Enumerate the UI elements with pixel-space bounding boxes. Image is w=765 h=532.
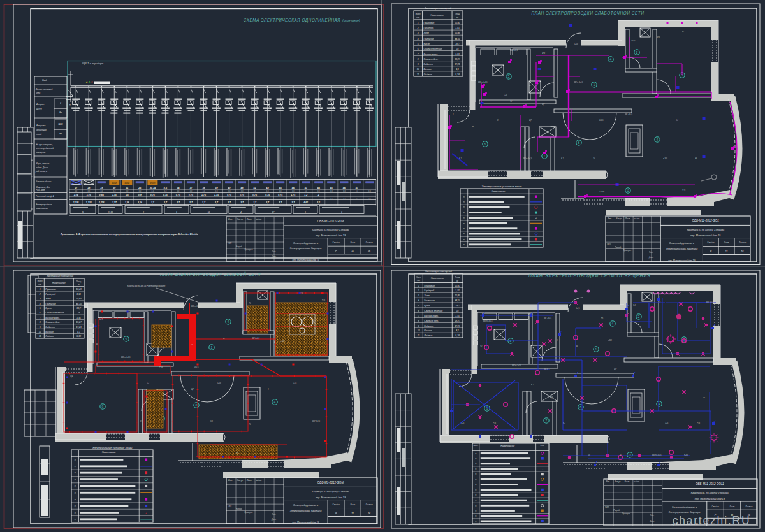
- svg-text:1,9: 1,9: [87, 190, 90, 192]
- svg-text:Экспликация помещений: Экспликация помещений: [425, 7, 451, 10]
- svg-text:ПЛАН ЭЛЕКТРОПРОВОДКИ СЕТИ О: ПЛАН ЭЛЕКТРОПРОВОДКИ СЕТИ ОСВЕЩЕНИЯ: [528, 273, 651, 278]
- svg-text:РК: РК: [695, 157, 697, 160]
- svg-text:Кабинет: Кабинет: [45, 326, 55, 329]
- svg-text:РК: РК: [236, 452, 238, 454]
- svg-text:3,36: 3,36: [125, 201, 129, 204]
- svg-text:ВВГ 2х1,5: ВВГ 2х1,5: [625, 113, 632, 115]
- svg-text:ВВГ 2х1,5: ВВГ 2х1,5: [312, 420, 320, 422]
- svg-text:Кабинет: Кабинет: [424, 325, 433, 327]
- svg-text:21: 21: [125, 187, 128, 189]
- svg-text:Электроустановка. Квартиры: Электроустановка. Квартиры: [290, 247, 322, 250]
- svg-text:К-1: К-1: [531, 384, 534, 386]
- svg-text:3х2,5: 3х2,5: [576, 307, 580, 310]
- svg-text:0,75: 0,75: [176, 194, 180, 196]
- svg-text:2: 2: [636, 50, 638, 54]
- svg-text:3х2,5: 3х2,5: [544, 368, 548, 370]
- svg-text:Изм.: Изм.: [228, 479, 233, 482]
- svg-text:Электроустановка. Квартиры: Электроустановка. Квартиры: [669, 511, 701, 514]
- svg-text:пер. Милютинский дом 19: пер. Милютинский дом 19: [316, 496, 346, 499]
- svg-text:1: 1: [595, 347, 597, 351]
- svg-text:Холл: Холл: [45, 298, 50, 300]
- svg-text:1,75: 1,75: [112, 194, 117, 196]
- svg-text:1,91: 1,91: [455, 315, 460, 317]
- svg-text:Лист: Лист: [246, 218, 252, 220]
- svg-text:1,9: 1,9: [279, 190, 282, 192]
- svg-text:1,75: 1,75: [291, 194, 295, 196]
- svg-text:Электрооборудование и: Электрооборудование и: [293, 242, 318, 245]
- svg-text:Примечание: 1. В проекте испол: Примечание: 1. В проекте использованы эл…: [61, 233, 198, 236]
- svg-text:9: 9: [418, 63, 419, 66]
- svg-text:Подп.: Подп.: [650, 514, 654, 517]
- svg-text:Электрооборудование и: Электрооборудование и: [293, 504, 318, 507]
- svg-text:1,126: 1,126: [73, 201, 79, 204]
- svg-text:1,9: 1,9: [152, 190, 154, 192]
- svg-text:8: 8: [418, 58, 419, 61]
- svg-text:пер. Милютинский дом 19: пер. Милютинский дом 19: [316, 234, 346, 237]
- svg-text:РТВ: РТВ: [322, 299, 325, 301]
- svg-text:Гардероб: Гардероб: [424, 289, 435, 292]
- svg-text:1,9: 1,9: [228, 190, 231, 192]
- svg-text:Símв.: Símв.: [534, 190, 539, 192]
- svg-text:пер. Милютинский дом 19: пер. Милютинский дом 19: [293, 259, 319, 261]
- svg-text:ВВГ 2х1,5: ВВГ 2х1,5: [706, 301, 714, 303]
- svg-text:Лист: Лист: [349, 241, 355, 244]
- svg-text:Лоджия: Лоджия: [423, 73, 432, 76]
- svg-text:18: 18: [78, 312, 80, 314]
- svg-text:Гостиная: Гостиная: [424, 299, 435, 302]
- svg-text:РТВ: РТВ: [159, 366, 163, 368]
- svg-text:44,10: 44,10: [455, 299, 460, 302]
- svg-text:Марка, сечение: Марка, сечение: [36, 162, 49, 165]
- svg-text:18,7: 18,7: [76, 307, 81, 310]
- svg-text:chartezhi.RU: chartezhi.RU: [673, 514, 751, 527]
- svg-text:1,91: 1,91: [455, 53, 460, 55]
- svg-text:Ванная комн.: Ванная комн.: [45, 317, 59, 319]
- svg-text:Ванная: Ванная: [45, 331, 53, 333]
- svg-text:ЩР: ЩР: [191, 388, 194, 391]
- svg-text:Разраб.: Разраб.: [615, 246, 621, 248]
- svg-text:2,7: 2,7: [150, 201, 155, 204]
- svg-text:отходящих: отходящих: [36, 129, 47, 131]
- svg-text:сет. потребителей: сет. потребителей: [36, 147, 54, 150]
- svg-text:17,21: 17,21: [76, 326, 82, 329]
- svg-text:Изм.: Изм.: [608, 217, 612, 220]
- svg-text:0,9: 0,9: [138, 194, 142, 196]
- svg-text:25КИ: 25КИ: [150, 182, 156, 185]
- svg-text:Разраб.: Разраб.: [236, 245, 242, 248]
- svg-text:5: 5: [418, 305, 419, 307]
- svg-text:11: 11: [626, 189, 629, 192]
- svg-text:4: 4: [610, 57, 612, 61]
- svg-text:Электроприёмник: Электроприёмник: [36, 203, 52, 206]
- svg-text:Наименование: Наименование: [431, 277, 444, 280]
- svg-text:ВВГнг 3х1,5: ВВГнг 3х1,5: [483, 320, 493, 322]
- svg-text:2,1: 2,1: [316, 201, 320, 204]
- svg-text:ОВБ-М11-2012-ЭО11: ОВБ-М11-2012-ЭО11: [696, 482, 724, 485]
- svg-text:Номер: Номер: [38, 280, 43, 282]
- svg-text:0,75: 0,75: [265, 194, 270, 196]
- svg-text:10,41: 10,41: [455, 285, 460, 287]
- svg-text:Электроустановка. Квартиры: Электроустановка. Квартиры: [666, 248, 697, 250]
- svg-text:25КИ: 25КИ: [124, 182, 129, 185]
- svg-text:1-15: 1-15: [461, 422, 465, 424]
- svg-text:2: 2: [638, 315, 640, 319]
- svg-text:1: 1: [211, 345, 213, 349]
- svg-text:11: 11: [418, 334, 420, 337]
- svg-text:ПЛАН ЭЛЕКТРОПРОВОДКИ СЛАБОТО: ПЛАН ЭЛЕКТРОПРОВОДКИ СЛАБОТОЧНОЙ СЕТИ: [531, 10, 644, 16]
- svg-text:12: 12: [208, 211, 210, 213]
- svg-text:ТV: ТV: [480, 345, 483, 348]
- svg-text:Спальня зелёная: Спальня зелёная: [424, 310, 442, 312]
- svg-text:4,1: 4,1: [456, 329, 459, 332]
- svg-text:Наименование: Наименование: [492, 190, 506, 192]
- svg-text:помещение: помещение: [36, 151, 46, 154]
- svg-text:3х2,5: 3х2,5: [599, 119, 604, 122]
- svg-text:6: 6: [418, 48, 419, 50]
- svg-text:ВВГнг 3х1,5: ВВГнг 3х1,5: [523, 157, 532, 160]
- svg-text:11: 11: [351, 250, 354, 252]
- svg-text:№ док.: № док.: [634, 217, 640, 220]
- svg-text:1,9: 1,9: [266, 190, 269, 192]
- svg-text:Листов: Листов: [745, 505, 752, 508]
- svg-text:n-300: n-300: [280, 340, 285, 343]
- svg-text:Спальня зелёная: Спальня зелёная: [423, 48, 442, 50]
- svg-text:Símв.: Símв.: [144, 451, 149, 453]
- svg-text:4: 4: [228, 320, 229, 324]
- svg-text:25КИ: 25КИ: [112, 182, 117, 185]
